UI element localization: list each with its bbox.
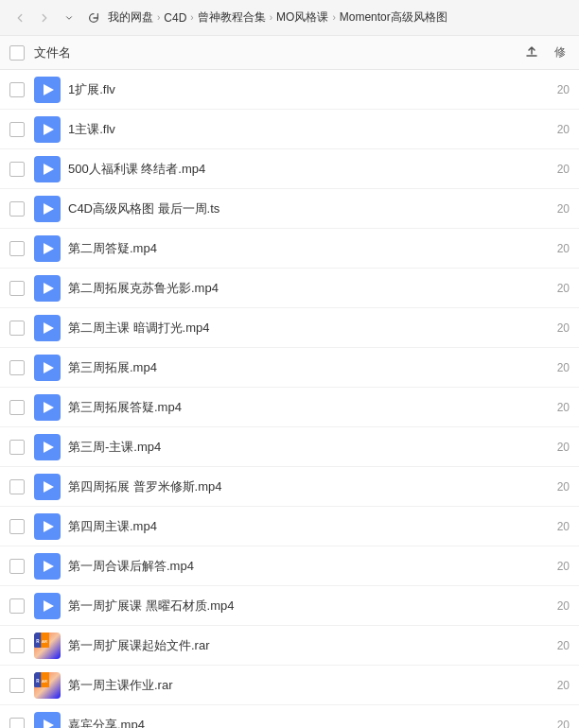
breadcrumb-item-zeng[interactable]: 曾神教程合集	[198, 9, 266, 26]
file-name-label: 第一周扩展课起始文件.rar	[68, 637, 548, 654]
file-checkbox[interactable]	[9, 201, 25, 217]
svg-text:AR: AR	[42, 638, 47, 643]
file-date-label: 20	[557, 441, 570, 454]
video-icon	[34, 355, 61, 381]
file-date-label: 20	[557, 480, 570, 494]
list-item[interactable]: 第三周拓展.mp420	[0, 348, 579, 388]
video-icon	[34, 712, 61, 729]
file-date-label: 20	[557, 719, 570, 729]
file-checkbox[interactable]	[9, 718, 25, 729]
file-name-label: 第三周拓展答疑.mp4	[68, 399, 548, 416]
file-checkbox[interactable]	[9, 400, 25, 415]
file-checkbox[interactable]	[9, 598, 25, 614]
list-item[interactable]: R AR 第一周主课作业.rar20	[0, 666, 579, 705]
file-date-label: 20	[557, 361, 570, 374]
dropdown-button[interactable]	[59, 8, 79, 28]
file-date-label: 20	[557, 599, 570, 613]
more-options-button[interactable]: 修	[551, 43, 570, 62]
file-date-label: 20	[557, 639, 570, 652]
file-date-label: 20	[557, 163, 570, 176]
file-checkbox[interactable]	[9, 440, 25, 455]
list-item[interactable]: 第三周-主课.mp420	[0, 427, 579, 467]
list-item[interactable]: 第三周拓展答疑.mp420	[0, 388, 579, 427]
list-item[interactable]: 第四周主课.mp420	[0, 507, 579, 546]
breadcrumb-sep-4: ›	[332, 12, 335, 23]
file-checkbox[interactable]	[9, 519, 25, 534]
file-name-label: 第二周拓展克苏鲁光影.mp4	[68, 280, 548, 297]
list-item[interactable]: 第一周合课后解答.mp420	[0, 546, 579, 586]
breadcrumb-item-mo[interactable]: MO风格课	[276, 9, 328, 26]
file-checkbox[interactable]	[9, 678, 25, 693]
file-checkbox[interactable]	[9, 559, 25, 574]
file-checkbox[interactable]	[9, 281, 25, 296]
file-checkbox[interactable]	[9, 638, 25, 653]
file-name-label: 第二周答疑.mp4	[68, 240, 548, 257]
file-name-label: 第四周主课.mp4	[68, 518, 548, 535]
file-name-label: 第三周-主课.mp4	[68, 439, 548, 456]
video-icon	[34, 513, 61, 540]
breadcrumb-item-root[interactable]: 我的网盘	[108, 9, 153, 26]
list-item[interactable]: 第二周拓展克苏鲁光影.mp420	[0, 269, 579, 308]
file-date-label: 20	[557, 242, 570, 255]
list-item[interactable]: 第二周答疑.mp420	[0, 229, 579, 269]
list-item[interactable]: 1主课.flv20	[0, 110, 579, 149]
file-name-label: 第二周主课 暗调打光.mp4	[68, 320, 548, 337]
svg-text:AR: AR	[42, 678, 47, 683]
video-icon	[34, 434, 61, 460]
file-name-label: 嘉宾分享.mp4	[68, 717, 548, 729]
file-date-label: 20	[557, 282, 570, 295]
list-item[interactable]: 第一周扩展课 黑曜石材质.mp420	[0, 586, 579, 626]
file-name-label: 第四周拓展 普罗米修斯.mp4	[68, 478, 548, 495]
file-date-label: 20	[557, 202, 570, 216]
rar-icon: R AR	[34, 633, 61, 659]
filename-column-header: 文件名	[34, 44, 520, 61]
video-icon	[34, 116, 61, 143]
video-icon	[34, 235, 61, 262]
breadcrumb: 我的网盘 › C4D › 曾神教程合集 › MO风格课 › Momentor高级…	[108, 9, 570, 26]
refresh-button[interactable]	[83, 8, 104, 28]
file-name-label: 1主课.flv	[68, 121, 548, 138]
file-name-label: C4D高级风格图 最后一周.ts	[68, 200, 548, 217]
file-checkbox[interactable]	[9, 82, 25, 97]
file-checkbox[interactable]	[9, 360, 25, 375]
list-item[interactable]: R AR 第一周扩展课起始文件.rar20	[0, 626, 579, 666]
file-date-label: 20	[557, 560, 570, 573]
file-date-label: 20	[557, 520, 570, 533]
file-checkbox[interactable]	[9, 122, 25, 137]
rar-icon: R AR	[34, 672, 61, 699]
file-checkbox[interactable]	[9, 479, 25, 494]
file-list-header: 文件名 修	[0, 36, 579, 70]
breadcrumb-sep-3: ›	[270, 12, 272, 23]
upload-button[interactable]	[520, 42, 543, 63]
breadcrumb-current: Momentor高级风格图	[340, 9, 447, 26]
video-icon	[34, 553, 61, 580]
list-item[interactable]: 第四周拓展 普罗米修斯.mp420	[0, 467, 579, 507]
list-item[interactable]: 嘉宾分享.mp420	[0, 705, 579, 728]
list-item[interactable]: C4D高级风格图 最后一周.ts20	[0, 189, 579, 229]
file-name-label: 第一周扩展课 黑曜石材质.mp4	[68, 598, 548, 615]
header-actions: 修	[520, 42, 570, 63]
nav-bar: 我的网盘 › C4D › 曾神教程合集 › MO风格课 › Momentor高级…	[0, 0, 579, 36]
file-name-label: 第一周主课作业.rar	[68, 677, 548, 694]
video-icon	[34, 315, 61, 341]
file-date-label: 20	[557, 83, 570, 96]
file-date-label: 20	[557, 123, 570, 136]
file-date-label: 20	[557, 321, 570, 335]
file-name-label: 第三周拓展.mp4	[68, 359, 548, 376]
video-icon	[34, 275, 61, 302]
forward-button[interactable]	[34, 8, 55, 28]
select-all-checkbox[interactable]	[9, 45, 25, 61]
back-button[interactable]	[9, 8, 30, 28]
file-checkbox[interactable]	[9, 321, 25, 336]
list-item[interactable]: 500人福利课 终结者.mp420	[0, 149, 579, 189]
file-date-label: 20	[557, 401, 570, 414]
file-checkbox[interactable]	[9, 162, 25, 177]
file-list: 1扩展.flv201主课.flv20500人福利课 终结者.mp420C4D高级…	[0, 70, 579, 728]
list-item[interactable]: 1扩展.flv20	[0, 70, 579, 110]
file-checkbox[interactable]	[9, 241, 25, 256]
video-icon	[34, 156, 61, 182]
video-icon	[34, 77, 61, 103]
breadcrumb-item-c4d[interactable]: C4D	[164, 11, 186, 25]
file-name-label: 500人福利课 终结者.mp4	[68, 161, 548, 178]
list-item[interactable]: 第二周主课 暗调打光.mp420	[0, 308, 579, 348]
